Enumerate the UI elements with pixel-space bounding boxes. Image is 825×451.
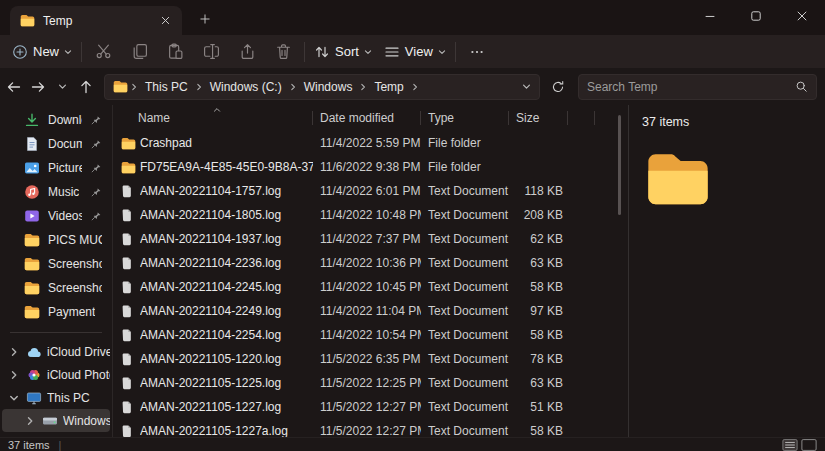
see-more-button[interactable]: [459, 38, 495, 66]
paste-button[interactable]: [157, 38, 193, 66]
file-name: AMAN-20221104-2249.log: [140, 304, 313, 318]
file-date-modified: 11/4/2022 10:54 PM: [313, 328, 421, 342]
file-size: 118 KB: [509, 184, 568, 198]
sort-button[interactable]: Sort: [308, 38, 378, 66]
up-button[interactable]: [74, 75, 98, 99]
tab-temp[interactable]: Temp: [10, 6, 182, 35]
delete-button[interactable]: [265, 38, 301, 66]
file-row-fd75ea9a-4e85-45e0-9b8a-3700d71f1[interactable]: FD75EA9A-4E85-45E0-9B8A-3700D71F1...11/6…: [113, 155, 628, 179]
address-field[interactable]: This PCWindows (C:)WindowsTemp: [104, 74, 540, 100]
chevron-right-icon[interactable]: [23, 416, 37, 426]
drive-icon: [42, 413, 58, 429]
folder-icon: [113, 80, 128, 93]
sidebar-item-screenshots[interactable]: Screenshots: [2, 252, 110, 276]
file-row-aman-20221105-1227a-log[interactable]: AMAN-20221105-1227a.log11/5/2022 12:27 P…: [113, 419, 628, 437]
view-button-label: View: [405, 44, 433, 59]
sidebar-item-icloud-photos[interactable]: iCloud Photos: [2, 363, 110, 386]
column-header-type[interactable]: Type: [421, 105, 509, 131]
breadcrumb-item-windows[interactable]: Windows: [299, 80, 358, 94]
close-button[interactable]: [779, 0, 825, 31]
file-row-aman-20221104-1937-log[interactable]: AMAN-20221104-1937.log11/4/2022 7:37 PMT…: [113, 227, 628, 251]
sidebar-item-screenshots[interactable]: Screenshots: [2, 276, 110, 300]
recent-locations-button[interactable]: [50, 75, 74, 99]
search-icon: [795, 80, 808, 93]
file-row-aman-20221104-2245-log[interactable]: AMAN-20221104-2245.log11/4/2022 10:45 PM…: [113, 275, 628, 299]
chevron-right-icon[interactable]: [7, 370, 21, 380]
chevron-down-icon[interactable]: [7, 393, 21, 403]
refresh-button[interactable]: [545, 74, 571, 100]
sidebar-item-downloads[interactable]: Downloads: [2, 108, 110, 132]
breadcrumb-item-temp[interactable]: Temp: [369, 80, 408, 94]
new-tab-button[interactable]: [192, 6, 218, 32]
breadcrumb-item-this-pc[interactable]: This PC: [140, 80, 193, 94]
file-row-aman-20221105-1225-log[interactable]: AMAN-20221105-1225.log11/5/2022 12:25 PM…: [113, 371, 628, 395]
file-row-crashpad[interactable]: Crashpad11/4/2022 5:59 PMFile folder: [113, 131, 628, 155]
view-button[interactable]: View: [378, 38, 452, 66]
file-size: 58 KB: [509, 424, 568, 437]
chevron-right-icon[interactable]: [130, 83, 138, 91]
share-button[interactable]: [229, 38, 265, 66]
content-view-button[interactable]: [801, 439, 817, 451]
file-name: AMAN-20221104-2254.log: [140, 328, 313, 342]
file-size: 208 KB: [509, 208, 568, 222]
navigation-pane: DownloadsDocumentsPicturesMusicVideosPIC…: [0, 105, 113, 437]
back-button[interactable]: [2, 75, 26, 99]
icloud-drive-icon: [26, 344, 42, 360]
folder-icon: [121, 161, 136, 174]
sidebar-tree: iCloud DriveiCloud PhotosThis PCWindows …: [0, 340, 112, 432]
sidebar-item-icloud-drive[interactable]: iCloud Drive: [2, 340, 110, 363]
file-row-aman-20221104-2254-log[interactable]: AMAN-20221104-2254.log11/4/2022 10:54 PM…: [113, 323, 628, 347]
chevron-right-icon[interactable]: [195, 83, 203, 91]
sidebar-item-pics-muo[interactable]: PICS MUO: [2, 228, 110, 252]
chevron-right-icon[interactable]: [7, 347, 21, 357]
view-icon: [384, 44, 400, 60]
file-date-modified: 11/4/2022 5:59 PM: [313, 136, 421, 150]
new-button[interactable]: New: [6, 38, 78, 66]
file-row-aman-20221105-1227-log[interactable]: AMAN-20221105-1227.log11/5/2022 12:27 PM…: [113, 395, 628, 419]
file-date-modified: 11/4/2022 10:45 PM: [313, 280, 421, 294]
file-row-aman-20221104-2249-log[interactable]: AMAN-20221104-2249.log11/4/2022 11:04 PM…: [113, 299, 628, 323]
rename-button[interactable]: [193, 38, 229, 66]
file-row-aman-20221105-1220-log[interactable]: AMAN-20221105-1220.log11/5/2022 6:35 PMT…: [113, 347, 628, 371]
paste-icon: [167, 43, 184, 60]
chevron-right-icon[interactable]: [411, 83, 419, 91]
status-divider: |: [59, 438, 62, 451]
folder-icon: [121, 137, 136, 150]
sidebar-item-payment[interactable]: Payment: [2, 300, 110, 324]
column-header-size[interactable]: Size: [509, 105, 568, 131]
file-size: 62 KB: [509, 232, 568, 246]
sidebar-item-documents[interactable]: Documents: [2, 132, 110, 156]
sort-icon: [314, 44, 330, 60]
breadcrumb-item-windows-c[interactable]: Windows (C:): [205, 80, 287, 94]
folder-icon: [20, 14, 35, 27]
chevron-right-icon[interactable]: [359, 83, 367, 91]
tab-close-icon[interactable]: [156, 12, 174, 30]
sidebar-item-pictures[interactable]: Pictures: [2, 156, 110, 180]
address-dropdown-chevron-icon[interactable]: [522, 82, 531, 91]
sidebar-item-label: Music: [48, 185, 79, 199]
forward-button[interactable]: [26, 75, 50, 99]
file-type: Text Document: [421, 352, 509, 366]
sidebar-item-this-pc[interactable]: This PC: [2, 386, 110, 409]
file-row-aman-20221104-2236-log[interactable]: AMAN-20221104-2236.log11/4/2022 10:36 PM…: [113, 251, 628, 275]
file-list-scrollbar[interactable]: [618, 115, 621, 215]
minimize-button[interactable]: [687, 0, 733, 31]
sidebar-item-music[interactable]: Music: [2, 180, 110, 204]
sidebar-item-videos[interactable]: Videos: [2, 204, 110, 228]
toolbar-divider: [81, 42, 82, 62]
file-row-aman-20221104-1757-log[interactable]: AMAN-20221104-1757.log11/4/2022 6:01 PMT…: [113, 179, 628, 203]
cut-button[interactable]: [85, 38, 121, 66]
copy-button[interactable]: [121, 38, 157, 66]
sidebar-item-windows-c[interactable]: Windows (C:): [2, 409, 110, 432]
more-icon: [469, 44, 485, 60]
chevron-right-icon[interactable]: [289, 83, 297, 91]
toolbar-divider: [455, 42, 456, 62]
file-name: Crashpad: [140, 136, 313, 150]
details-view-button[interactable]: [782, 439, 798, 451]
file-row-aman-20221104-1805-log[interactable]: AMAN-20221104-1805.log11/4/2022 10:48 PM…: [113, 203, 628, 227]
column-header-date-modified[interactable]: Date modified: [313, 105, 421, 131]
copy-icon: [131, 43, 148, 60]
pin-icon: [90, 114, 102, 126]
maximize-button[interactable]: [733, 0, 779, 31]
search-input[interactable]: [587, 80, 789, 94]
